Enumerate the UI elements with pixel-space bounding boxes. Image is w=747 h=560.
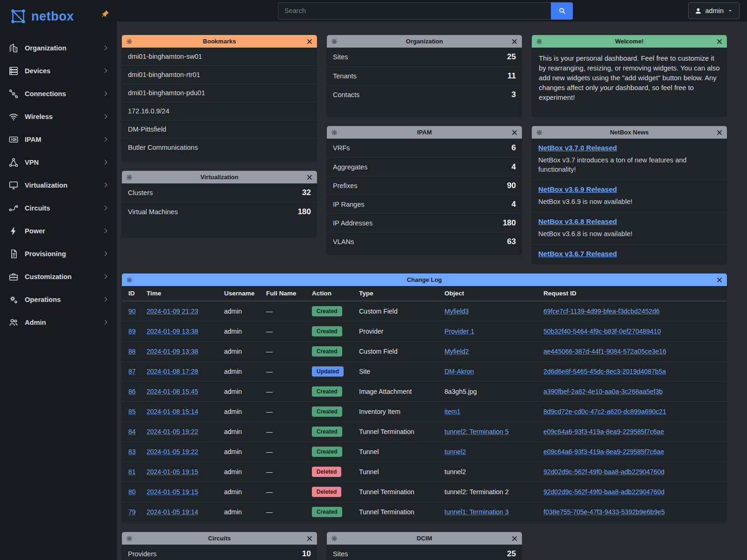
change-time-link[interactable]: 2024-01-09 13:38 <box>147 348 198 355</box>
change-object-link[interactable]: Provider 1 <box>444 328 474 335</box>
sidebar-item-ipam[interactable]: IPAM <box>0 128 117 151</box>
gear-icon[interactable] <box>536 129 543 136</box>
stat-value[interactable]: 32 <box>302 188 311 197</box>
request-id-link[interactable]: e09c64a6-93f3-419a-8ea9-229585f7c6ae <box>543 428 664 435</box>
bookmark-item[interactable]: dmi01-binghamton-sw01 <box>122 48 317 65</box>
change-time-link[interactable]: 2024-01-09 13:38 <box>147 328 198 335</box>
sidebar-item-admin[interactable]: Admin <box>0 311 117 334</box>
close-icon[interactable] <box>511 535 518 542</box>
close-icon[interactable] <box>306 174 313 181</box>
change-time-link[interactable]: 2024-01-08 15:45 <box>147 388 198 395</box>
request-id-link[interactable]: 50b32f40-5464-4f9c-b83f-0ef270489410 <box>543 328 661 335</box>
search-button[interactable] <box>551 2 573 20</box>
change-object-link[interactable]: DM-Akron <box>444 368 474 375</box>
close-icon[interactable] <box>306 535 313 542</box>
request-id-link[interactable]: 92d02d9c-562f-49f0-baa8-adb22904760d <box>543 488 664 496</box>
stat-value[interactable]: 90 <box>507 181 516 190</box>
sidebar-item-operations[interactable]: Operations <box>0 288 117 311</box>
bookmark-item[interactable]: dmi01-binghamton-rtr01 <box>122 65 317 84</box>
request-id-link[interactable]: 92d02d9c-562f-49f0-baa8-adb22904760d <box>543 468 664 476</box>
change-time-link[interactable]: 2024-01-08 15:14 <box>147 408 198 415</box>
change-id-link[interactable]: 89 <box>128 328 136 335</box>
news-link[interactable]: NetBox v3.6.7 Released <box>538 250 617 258</box>
stat-value[interactable]: 180 <box>298 207 311 217</box>
stat-value[interactable]: 6 <box>512 143 516 153</box>
close-icon[interactable] <box>511 129 518 136</box>
change-object-link[interactable]: tunnel1: Termination 3 <box>444 508 509 516</box>
close-icon[interactable] <box>716 277 723 283</box>
app-logo[interactable]: netbox <box>0 0 117 31</box>
stat-value[interactable]: 25 <box>507 549 516 559</box>
stat-value[interactable]: 4 <box>512 162 516 172</box>
gear-icon[interactable] <box>126 277 133 283</box>
gear-icon[interactable] <box>331 129 338 136</box>
request-id-link[interactable]: f038e755-705e-47f3-9433-5392b9e6b9e5 <box>543 508 665 516</box>
sidebar-item-wireless[interactable]: Wireless <box>0 105 117 128</box>
stat-value[interactable]: 11 <box>507 71 516 81</box>
close-icon[interactable] <box>306 38 313 45</box>
close-icon[interactable] <box>511 38 518 45</box>
change-object-link[interactable]: item1 <box>444 408 460 415</box>
close-icon[interactable] <box>716 129 723 136</box>
stat-value[interactable]: 63 <box>507 237 516 246</box>
gear-icon[interactable] <box>331 535 338 542</box>
change-id-link[interactable]: 90 <box>128 308 136 315</box>
news-link[interactable]: NetBox v3.7.0 Released <box>538 144 617 152</box>
request-id-link[interactable]: ae445066-387d-44f1-9084-572a05ce3e16 <box>543 348 666 355</box>
change-id-link[interactable]: 85 <box>128 408 136 415</box>
bookmark-item[interactable]: DM-Pittsfield <box>122 120 317 138</box>
bookmark-item[interactable]: 172.16.0.9/24 <box>122 102 317 120</box>
stat-value[interactable]: 25 <box>507 52 516 62</box>
change-id-link[interactable]: 81 <box>128 468 136 476</box>
gear-icon[interactable] <box>126 535 133 542</box>
change-time-link[interactable]: 2024-01-05 19:22 <box>147 448 198 455</box>
change-time-link[interactable]: 2024-01-05 19:14 <box>147 508 198 516</box>
sidebar-item-virtualization[interactable]: Virtualization <box>0 174 117 196</box>
close-icon[interactable] <box>716 38 723 45</box>
change-object-link[interactable]: tunnel2 <box>444 448 466 455</box>
change-id-link[interactable]: 80 <box>128 488 136 496</box>
stat-value[interactable]: 4 <box>512 200 516 209</box>
change-id-link[interactable]: 87 <box>128 368 136 375</box>
change-id-link[interactable]: 88 <box>128 348 136 355</box>
sidebar-item-provisioning[interactable]: Provisioning <box>0 242 117 265</box>
news-link[interactable]: NetBox v3.6.8 Released <box>538 217 617 225</box>
bookmark-item[interactable]: Butler Communications <box>122 138 317 156</box>
request-id-link[interactable]: e09c64a6-93f3-419a-8ea9-229585f7c6ae <box>543 448 664 455</box>
change-time-link[interactable]: 2024-01-05 19:15 <box>147 468 198 476</box>
sidebar-item-vpn[interactable]: VPN <box>0 151 117 174</box>
stat-value[interactable]: 180 <box>503 218 516 228</box>
request-id-link[interactable]: 2d6d6e8f-5465-45dc-8ec3-2019d4087b5a <box>543 368 666 375</box>
sidebar-item-customization[interactable]: Customization <box>0 265 117 288</box>
change-time-link[interactable]: 2024-01-05 19:15 <box>147 488 198 496</box>
pin-sidebar-icon[interactable] <box>100 10 109 19</box>
sidebar-item-connections[interactable]: Connections <box>0 82 117 105</box>
change-object-link[interactable]: Myfield3 <box>444 308 469 315</box>
user-menu-button[interactable]: admin <box>688 2 740 19</box>
change-time-link[interactable]: 2024-01-05 19:22 <box>147 428 198 435</box>
sidebar-item-devices[interactable]: Devices <box>0 59 117 82</box>
change-id-link[interactable]: 79 <box>128 508 136 516</box>
change-id-link[interactable]: 84 <box>128 428 136 435</box>
change-object-link[interactable]: Myfield2 <box>444 348 469 355</box>
change-id-link[interactable]: 86 <box>128 388 136 395</box>
stat-value[interactable]: 3 <box>512 90 516 99</box>
change-object-link[interactable]: tunnel2: Termination 5 <box>444 428 509 435</box>
change-id-link[interactable]: 83 <box>128 448 136 455</box>
sidebar-item-power[interactable]: Power <box>0 219 117 242</box>
request-id-link[interactable]: 8d9cd72e-cd0c-47c2-a620-dc899a690c21 <box>543 408 666 415</box>
bookmark-item[interactable]: dmi01-binghamton-pdu01 <box>122 84 317 102</box>
sidebar-item-circuits[interactable]: Circuits <box>0 196 117 219</box>
sidebar-item-organization[interactable]: Organization <box>0 36 117 59</box>
gear-icon[interactable] <box>126 38 133 45</box>
gear-icon[interactable] <box>331 38 338 45</box>
change-time-link[interactable]: 2024-01-09 21:23 <box>147 308 198 315</box>
gear-icon[interactable] <box>126 174 133 181</box>
request-id-link[interactable]: 69fce7cf-1139-4d99-bfea-f3dcbd2452d6 <box>543 308 660 315</box>
news-link[interactable]: NetBox v3.6.9 Released <box>538 185 617 193</box>
gear-icon[interactable] <box>536 38 543 45</box>
change-time-link[interactable]: 2024-01-08 17:28 <box>147 368 198 375</box>
search-input[interactable] <box>278 2 551 20</box>
request-id-link[interactable]: a390fbef-2a82-4e10-aa0a-3c268aa5ef3b <box>543 388 662 395</box>
stat-value[interactable]: 10 <box>302 549 311 559</box>
